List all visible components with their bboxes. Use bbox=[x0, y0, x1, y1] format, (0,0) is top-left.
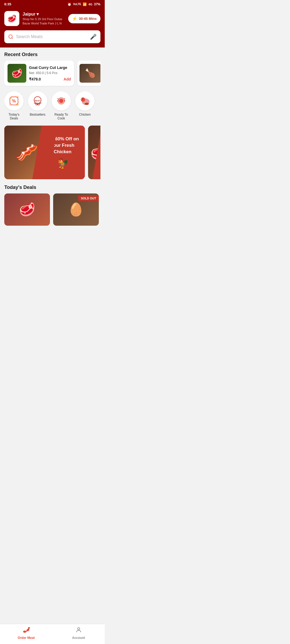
svg-line-19 bbox=[64, 98, 65, 99]
deals-list: 🥩 🥚 SOLD OUT bbox=[4, 193, 100, 226]
add-button-1[interactable]: Add bbox=[64, 77, 71, 81]
svg-text:%: % bbox=[12, 99, 16, 103]
svg-point-0 bbox=[9, 35, 12, 38]
mic-icon[interactable]: 🎤 bbox=[90, 34, 97, 40]
category-label-deals: Today's Deals bbox=[5, 113, 23, 120]
banner-title: Get 60% Off on your Fresh Chicken bbox=[45, 136, 81, 155]
chevron-down-icon: ▾ bbox=[37, 12, 39, 17]
category-label-chicken: Chicken bbox=[79, 113, 90, 116]
order-card-1: 🥩 Goat Curry Cut Large Net: 450.0 | 5-6 … bbox=[4, 61, 74, 86]
location-name[interactable]: Jaipur ▾ bbox=[23, 12, 65, 17]
banner-text: Get 60% Off on your Fresh Chicken 🐓 bbox=[37, 126, 85, 179]
banner-section: 🥓 Get 60% Off on your Fresh Chicken 🐓 🥩 bbox=[0, 122, 105, 182]
search-bar[interactable]: Search Meats 🎤 bbox=[4, 30, 100, 43]
svg-point-15 bbox=[59, 99, 63, 103]
order-name-1: Goat Curry Cut Large bbox=[29, 65, 71, 70]
banner-list: 🥓 Get 60% Off on your Fresh Chicken 🐓 🥩 bbox=[4, 126, 100, 179]
bolt-icon: ⚡ bbox=[72, 16, 77, 21]
battery-icon: 37% bbox=[94, 2, 100, 6]
order-price-1: ₹479.0 bbox=[29, 77, 41, 81]
svg-point-24 bbox=[85, 103, 89, 105]
category-ready-to-cook[interactable]: Ready To Cook bbox=[52, 91, 71, 120]
order-card-2: 🍗 bbox=[77, 61, 100, 86]
search-icon bbox=[8, 34, 13, 39]
wifi-icon: 📶 bbox=[83, 2, 87, 6]
order-details-1: Goat Curry Cut Large Net: 450.0 | 5-6 Pc… bbox=[29, 65, 71, 81]
svg-line-18 bbox=[58, 98, 58, 99]
category-chicken[interactable]: Chicken bbox=[75, 91, 95, 120]
category-today-deals[interactable]: % Today's Deals bbox=[4, 91, 24, 120]
deal-card-1[interactable]: 🥩 bbox=[4, 193, 50, 226]
svg-point-23 bbox=[82, 99, 83, 100]
svg-text:BEST: BEST bbox=[35, 100, 40, 102]
category-bestsellers[interactable]: BEST SELLER Bestsellers bbox=[28, 91, 47, 120]
search-section: Search Meats 🎤 bbox=[0, 30, 105, 47]
category-icon-bestsellers: BEST SELLER bbox=[28, 91, 47, 111]
svg-line-1 bbox=[12, 38, 13, 39]
category-label-ready: Ready To Cook bbox=[52, 113, 71, 120]
banner-chicken-icon: 🐓 bbox=[57, 158, 69, 169]
recent-orders-title: Recent Orders bbox=[4, 52, 100, 57]
time: 6:35 bbox=[4, 2, 11, 6]
categories-section: % Today's Deals BEST SELLER bbox=[0, 89, 105, 122]
order-image-1: 🥩 bbox=[8, 64, 26, 83]
logo-icon: 🥩 bbox=[7, 14, 17, 23]
categories-list: % Today's Deals BEST SELLER bbox=[4, 91, 100, 120]
category-icon-ready bbox=[52, 91, 71, 111]
todays-deals-title: Today's Deals bbox=[4, 185, 100, 190]
banner-card-2[interactable]: 🥩 bbox=[88, 126, 100, 179]
category-icon-chicken bbox=[75, 91, 95, 111]
header: 🥩 Jaipur ▾ Shop No S 29 3rd Floor DubaiB… bbox=[0, 8, 105, 30]
location-info[interactable]: Jaipur ▾ Shop No S 29 3rd Floor DubaiBaz… bbox=[23, 12, 65, 25]
banner-image-2: 🥩 bbox=[88, 126, 100, 179]
deal-card-2[interactable]: 🥚 SOLD OUT bbox=[53, 193, 99, 226]
category-label-bestsellers: Bestsellers bbox=[30, 113, 46, 116]
recent-orders-list: 🥩 Goat Curry Cut Large Net: 450.0 | 5-6 … bbox=[4, 61, 100, 87]
status-bar: 6:35 ⏰ VoLTE 📶 4G 37% bbox=[0, 0, 105, 8]
order-net-1: Net: 450.0 | 5-6 Pcs bbox=[29, 71, 71, 75]
todays-deals-section: Today's Deals 🥩 🥚 SOLD OUT bbox=[0, 182, 105, 247]
alarm-icon: ⏰ bbox=[67, 2, 71, 6]
app-logo: 🥩 bbox=[4, 11, 19, 26]
banner-image: 🥓 bbox=[4, 126, 49, 179]
deal-image-1: 🥩 bbox=[4, 193, 50, 226]
location-address: Shop No S 29 3rd Floor DubaiBazar World … bbox=[23, 17, 65, 25]
search-placeholder[interactable]: Search Meats bbox=[16, 34, 87, 39]
delivery-time-badge: ⚡ 30-45 Mins bbox=[68, 14, 100, 23]
signal-icon: 4G bbox=[88, 3, 92, 6]
order-image-2: 🍗 bbox=[79, 64, 100, 83]
recent-orders-section: Recent Orders 🥩 Goat Curry Cut Large Net… bbox=[0, 47, 105, 89]
category-icon-deals: % bbox=[4, 91, 24, 111]
status-icons: ⏰ VoLTE 📶 4G 37% bbox=[67, 2, 100, 6]
banner-card-1[interactable]: 🥓 Get 60% Off on your Fresh Chicken 🐓 bbox=[4, 126, 85, 179]
sold-out-badge: SOLD OUT bbox=[78, 196, 99, 201]
volte-icon: VoLTE bbox=[73, 3, 81, 6]
